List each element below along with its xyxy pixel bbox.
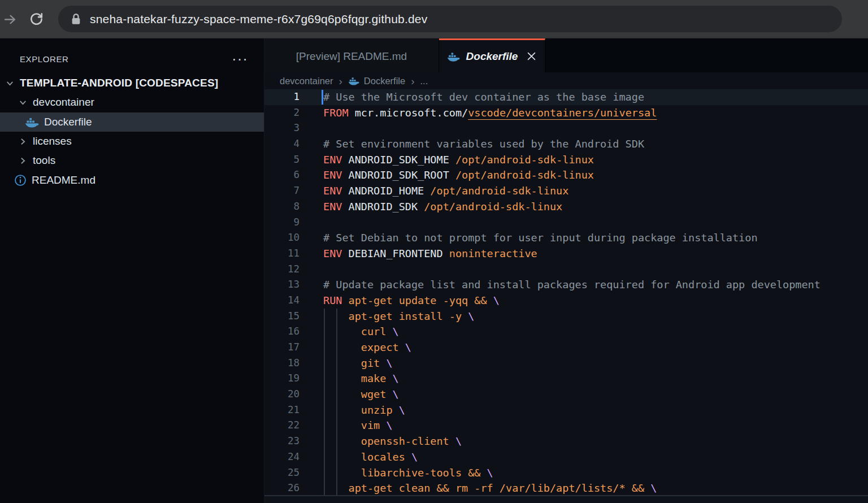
code-line[interactable]: 5ENV ANDROID_SDK_HOME /opt/android-sdk-l… <box>264 152 868 168</box>
code-token: openssh-client <box>323 435 449 447</box>
code-token: # Update package list and install packag… <box>323 279 821 290</box>
sidebar-item-label: TEMPLATE-ANDROID [CODESPACES] <box>20 77 218 89</box>
indent-guide <box>336 402 337 418</box>
chevron-down-icon <box>5 79 15 88</box>
code-token: wget <box>323 388 386 400</box>
code-line[interactable]: 7ENV ANDROID_HOME /opt/android-sdk-linux <box>264 183 868 199</box>
code-line[interactable]: 20 wget \ <box>264 387 868 402</box>
docker-icon <box>25 116 39 128</box>
chevron-right-icon <box>18 137 28 146</box>
code-line[interactable]: 6ENV ANDROID_SDK_ROOT /opt/android-sdk-l… <box>264 167 868 183</box>
indent-guide <box>324 480 325 495</box>
code-token: unzip <box>323 404 393 416</box>
indent-guide <box>336 449 337 465</box>
code-line[interactable]: 16 curl \ <box>264 324 868 340</box>
code-token: # Use the Microsoft dev container as the… <box>323 91 644 103</box>
line-number: 6 <box>264 167 300 183</box>
code-line[interactable]: 22 vim \ <box>264 418 868 433</box>
breadcrumb-item[interactable]: devcontainer <box>280 76 333 86</box>
code-token: \ <box>386 326 398 337</box>
code-editor[interactable]: 1# Use the Microsoft dev container as th… <box>264 89 868 495</box>
code-line[interactable]: 18 git \ <box>264 355 868 371</box>
code-line[interactable]: 24 locales \ <box>264 449 868 465</box>
url-text[interactable]: sneha-natekar-fuzzy-space-meme-r6x7g69q6… <box>90 12 427 26</box>
code-line[interactable]: 1# Use the Microsoft dev container as th… <box>264 89 868 105</box>
sidebar-item-label: devcontainer <box>33 96 94 109</box>
code-token: \ <box>405 451 418 463</box>
code-token: expect <box>323 341 399 353</box>
indent-guide <box>324 449 325 465</box>
code-line[interactable]: 4# Set environment variables used by the… <box>264 136 868 152</box>
close-icon[interactable] <box>526 51 537 62</box>
code-token: ENV <box>323 201 342 213</box>
address-bar[interactable]: sneha-natekar-fuzzy-space-meme-r6x7g69q6… <box>58 6 842 32</box>
line-number: 7 <box>264 183 300 199</box>
sidebar-item-tools[interactable]: tools <box>0 151 264 170</box>
code-line[interactable]: 10# Set Debian to not prompt for user in… <box>264 230 868 246</box>
explorer-header: EXPLORER ··· <box>0 49 264 69</box>
tab-preview-readme-md[interactable]: [Preview] README.md <box>264 38 439 72</box>
code-token: apt-get update -yqq && <box>342 294 487 306</box>
line-number: 8 <box>264 199 300 215</box>
sidebar-item-label: tools <box>33 154 55 167</box>
sidebar-item-label: Dockerfile <box>44 116 92 128</box>
more-actions-icon[interactable]: ··· <box>232 55 248 63</box>
code-token: apt-get clean && rm -rf /var/lib/apt/lis… <box>323 482 644 494</box>
code-token: ENV <box>323 185 342 197</box>
code-token: \ <box>487 294 500 306</box>
code-line[interactable]: 14RUN apt-get update -yqq && \ <box>264 293 868 309</box>
code-token: # Set environment variables used by the … <box>323 138 644 150</box>
line-number: 22 <box>264 418 300 433</box>
code-token: ENV <box>323 169 342 181</box>
line-number: 1 <box>264 89 300 105</box>
chevron-separator-icon: › <box>411 76 414 86</box>
code-token: \ <box>386 388 398 400</box>
sidebar-item-template-android-codespaces[interactable]: TEMPLATE-ANDROID [CODESPACES] <box>0 73 264 93</box>
breadcrumb: devcontainer›Dockerfile›... <box>264 72 868 89</box>
indent-guide <box>324 371 325 387</box>
line-number: 25 <box>264 465 300 481</box>
code-line[interactable]: 17 expect \ <box>264 340 868 355</box>
code-line[interactable]: 13# Update package list and install pack… <box>264 277 868 293</box>
sidebar-item-dockerfile[interactable]: Dockerfile <box>0 112 264 132</box>
indent-guide <box>324 355 325 371</box>
sidebar-item-licenses[interactable]: licenses <box>0 132 264 151</box>
code-line[interactable]: 9 <box>264 215 868 231</box>
code-line[interactable]: 12 <box>264 262 868 277</box>
tab-bar: [Preview] README.mdDockerfile <box>264 38 868 72</box>
breadcrumb-item[interactable]: ... <box>420 76 428 86</box>
code-line[interactable]: 21 unzip \ <box>264 402 868 418</box>
editor-group: [Preview] README.mdDockerfile devcontain… <box>264 38 868 503</box>
code-line[interactable]: 3 <box>264 120 868 136</box>
code-line[interactable]: 23 openssh-client \ <box>264 433 868 449</box>
lock-icon[interactable] <box>71 12 81 26</box>
indent-guide <box>324 387 325 402</box>
sidebar-item-devcontainer[interactable]: devcontainer <box>0 93 264 112</box>
breadcrumb-item[interactable]: Dockerfile <box>348 76 405 86</box>
text-cursor <box>322 90 323 105</box>
tab-label: Dockerfile <box>466 50 518 63</box>
sidebar-item-readme-md[interactable]: README.md <box>0 170 264 189</box>
info-icon <box>14 174 27 187</box>
code-line[interactable]: 2FROM mcr.microsoft.com/vscode/devcontai… <box>264 105 868 121</box>
code-line[interactable]: 19 make \ <box>264 371 868 387</box>
code-token: \ <box>393 404 405 416</box>
tab-dockerfile[interactable]: Dockerfile <box>439 38 545 72</box>
code-line[interactable]: 15 apt-get install -y \ <box>264 309 868 324</box>
line-number: 19 <box>264 371 300 387</box>
reload-icon[interactable] <box>29 11 44 27</box>
line-number: 13 <box>264 277 300 293</box>
line-number: 26 <box>264 480 300 495</box>
code-line[interactable]: 25 libarchive-tools && \ <box>264 465 868 481</box>
code-token: \ <box>380 357 392 369</box>
forward-arrow-icon[interactable] <box>2 12 18 27</box>
code-token: libarchive-tools && <box>323 467 480 479</box>
breadcrumb-label: ... <box>420 76 428 86</box>
indent-guide <box>324 465 325 481</box>
code-line[interactable]: 26 apt-get clean && rm -rf /var/lib/apt/… <box>264 480 868 495</box>
code-line[interactable]: 11ENV DEBIAN_FRONTEND noninteractive <box>264 246 868 262</box>
code-line[interactable]: 8ENV ANDROID_SDK /opt/android-sdk-linux <box>264 199 868 215</box>
line-number: 14 <box>264 293 300 309</box>
line-number: 12 <box>264 262 300 277</box>
code-token[interactable]: vscode/devcontainers/universal <box>468 107 657 119</box>
